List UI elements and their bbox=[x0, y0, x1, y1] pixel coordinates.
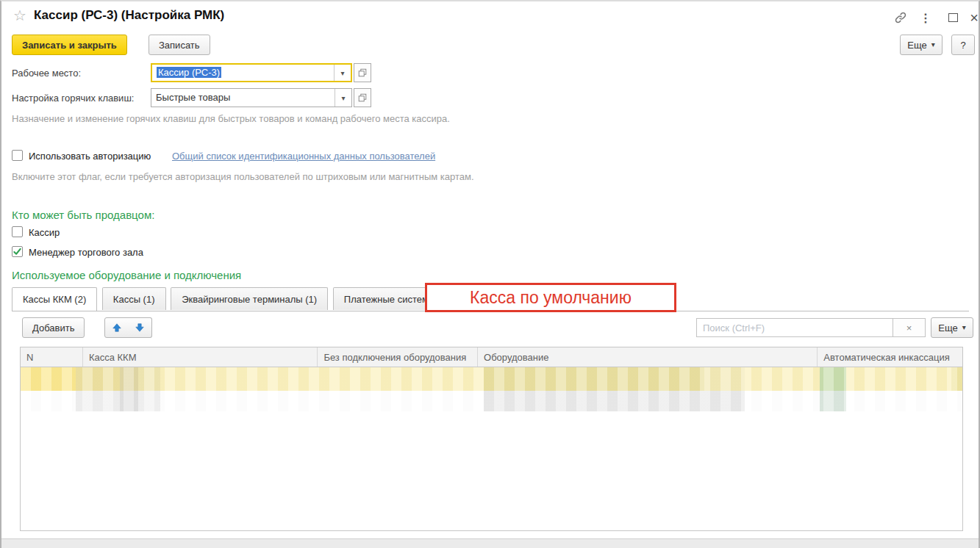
search-clear-button[interactable]: × bbox=[893, 318, 926, 337]
equipment-section-title: Используемое оборудование и подключения bbox=[12, 269, 241, 281]
column-header-n[interactable]: N bbox=[21, 347, 83, 367]
use-auth-checkbox[interactable] bbox=[12, 150, 23, 161]
column-header-no-equipment[interactable]: Без подключения оборудования bbox=[318, 347, 478, 367]
search-input[interactable] bbox=[696, 318, 893, 337]
add-button[interactable]: Добавить bbox=[22, 317, 85, 338]
cashier-checkbox[interactable] bbox=[12, 226, 23, 237]
hotkeys-dropdown-icon[interactable]: ▾ bbox=[335, 89, 351, 107]
list-more-label: Еще bbox=[938, 322, 957, 334]
floor-manager-label: Менеджер торгового зала bbox=[29, 247, 143, 258]
default-cashbox-annotation: Касса по умолчанию bbox=[425, 283, 676, 312]
table-header-row: N Касса ККМ Без подключения оборудования… bbox=[21, 347, 962, 367]
help-button[interactable]: ? bbox=[951, 35, 975, 55]
hotkeys-combo[interactable]: Быстрые товары ▾ bbox=[151, 88, 352, 107]
form-more-label: Еще bbox=[907, 40, 926, 51]
hotkeys-value: Быстрые товары bbox=[156, 92, 230, 103]
tab-label: Платежные системы bbox=[344, 294, 435, 305]
close-icon[interactable]: × bbox=[966, 10, 980, 26]
annotation-text: Касса по умолчанию bbox=[470, 288, 632, 308]
tab-label: Кассы ККМ (2) bbox=[23, 294, 86, 305]
open-form-icon bbox=[357, 93, 368, 103]
arrow-down-icon bbox=[135, 322, 145, 333]
table-row-redacted[interactable] bbox=[21, 391, 962, 411]
move-down-button[interactable] bbox=[128, 317, 152, 338]
open-form-icon bbox=[357, 68, 368, 78]
table-row-selected-redacted[interactable] bbox=[21, 367, 962, 391]
workplace-combo[interactable]: Кассир (РС-3) ▾ bbox=[151, 63, 352, 82]
hotkeys-hint: Назначение и изменение горячих клавиш дл… bbox=[12, 113, 450, 124]
auth-id-list-link[interactable]: Общий список идентификационных данных по… bbox=[172, 151, 435, 162]
chevron-down-icon: ▾ bbox=[962, 324, 966, 331]
column-header-auto-collection[interactable]: Автоматическая инкассация bbox=[818, 347, 962, 367]
workplace-dropdown-icon[interactable]: ▾ bbox=[334, 65, 351, 81]
more-menu-dots-icon[interactable]: ⋮ bbox=[918, 10, 934, 26]
checkmark-icon bbox=[12, 247, 22, 256]
tab-label: Кассы (1) bbox=[113, 294, 155, 305]
window-footer-strip bbox=[1, 538, 979, 548]
save-button[interactable]: Записать bbox=[149, 35, 210, 55]
maximize-glyph bbox=[948, 13, 958, 22]
help-label: ? bbox=[960, 40, 965, 51]
kkm-table: N Касса ККМ Без подключения оборудования… bbox=[20, 347, 963, 531]
auth-hint: Включите этот флаг, если требуется автор… bbox=[12, 171, 474, 182]
save-and-close-label: Записать и закрыть bbox=[22, 40, 117, 51]
floor-manager-checkbox[interactable] bbox=[12, 246, 23, 257]
hotkeys-label: Настройка горячих клавиш: bbox=[12, 93, 134, 104]
workplace-label: Рабочее место: bbox=[12, 68, 81, 79]
seller-section-title: Кто может быть продавцом: bbox=[12, 209, 154, 221]
column-header-kassa-kkm[interactable]: Касса ККМ bbox=[83, 347, 318, 367]
hotkeys-open-button[interactable] bbox=[354, 88, 371, 107]
tab-kassy[interactable]: Кассы (1) bbox=[102, 287, 166, 310]
maximize-icon[interactable] bbox=[945, 10, 961, 26]
link-icon[interactable] bbox=[893, 10, 909, 26]
move-up-button[interactable] bbox=[104, 317, 129, 338]
chevron-down-icon: ▾ bbox=[931, 41, 935, 48]
save-label: Записать bbox=[159, 40, 200, 51]
arrow-up-icon bbox=[112, 322, 122, 333]
cashier-label: Кассир bbox=[29, 227, 60, 238]
workplace-value: Кассир (РС-3) bbox=[157, 67, 221, 78]
tab-acquiring-terminals[interactable]: Эквайринговые терминалы (1) bbox=[171, 287, 328, 310]
rmk-settings-window: ☆ Кассир (РС-3) (Настройка РМК) ⋮ × Запи… bbox=[0, 0, 980, 548]
tab-kassy-kkm[interactable]: Кассы ККМ (2) bbox=[12, 287, 97, 311]
favorite-star-icon[interactable]: ☆ bbox=[13, 8, 26, 23]
column-header-equipment[interactable]: Оборудование bbox=[478, 347, 818, 367]
page-title: Кассир (РС-3) (Настройка РМК) bbox=[34, 8, 224, 23]
tab-label: Эквайринговые терминалы (1) bbox=[182, 294, 317, 305]
form-more-button[interactable]: Еще ▾ bbox=[900, 35, 943, 55]
workplace-open-button[interactable] bbox=[354, 63, 371, 82]
list-more-button[interactable]: Еще ▾ bbox=[931, 317, 973, 338]
add-label: Добавить bbox=[32, 322, 74, 334]
use-auth-label: Использовать авторизацию bbox=[29, 151, 151, 162]
save-and-close-button[interactable]: Записать и закрыть bbox=[12, 35, 127, 55]
link-icon-glyph bbox=[894, 11, 907, 24]
search-clear-icon: × bbox=[906, 322, 912, 334]
